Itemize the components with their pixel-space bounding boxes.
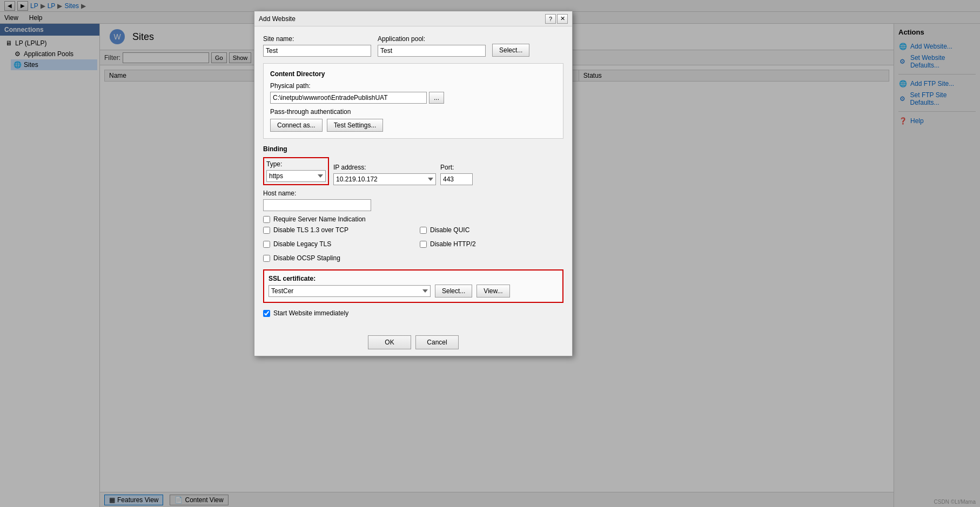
ssl-select-button[interactable]: Select... <box>435 285 472 298</box>
host-name-label: Host name: <box>263 190 563 197</box>
start-immediately-row: Start Website immediately <box>263 309 563 317</box>
app-pool-label: Application pool: <box>378 35 486 43</box>
disable-legacy-tls-checkbox[interactable] <box>263 241 270 248</box>
disable-http2-checkbox[interactable] <box>420 241 427 248</box>
modal-help-button[interactable]: ? <box>545 14 556 24</box>
type-highlight-box: Type: https http ftp <box>263 157 329 185</box>
ssl-cert-select[interactable]: TestCer <box>269 285 431 297</box>
browse-button[interactable]: ... <box>429 92 444 104</box>
cancel-button[interactable]: Cancel <box>415 335 459 349</box>
select-pool-button[interactable]: Select... <box>492 44 529 57</box>
disable-quic-row: Disable QUIC <box>420 226 563 234</box>
disable-tls-row: Disable TLS 1.3 over TCP <box>263 226 407 234</box>
site-name-row: Site name: Application pool: Select... <box>263 35 563 57</box>
site-name-label: Site name: <box>263 35 371 43</box>
disable-http2-label: Disable HTTP/2 <box>430 240 476 248</box>
binding-title: Binding <box>263 145 563 153</box>
type-field: Type: https http ftp <box>266 160 326 182</box>
ssl-cert-row: TestCer Select... View... <box>269 285 558 298</box>
host-name-row: Host name: <box>263 190 563 211</box>
modal-close-button[interactable]: ✕ <box>557 14 568 24</box>
modal-titlebar: Add Website ? ✕ <box>254 11 572 26</box>
host-name-field: Host name: <box>263 190 563 211</box>
binding-type-ip-row: Type: https http ftp IP address: 10.219.… <box>263 157 563 185</box>
ssl-cert-section: SSL certificate: TestCer Select... View.… <box>263 269 563 303</box>
port-input[interactable] <box>440 173 473 185</box>
binding-section: Binding Type: https http ftp <box>263 145 563 303</box>
passthrough-buttons: Connect as... Test Settings... <box>270 119 556 132</box>
port-field: Port: <box>440 164 473 185</box>
physical-path-field: Physical path: ... <box>270 82 444 104</box>
checkbox-grid: Disable TLS 1.3 over TCP Disable QUIC Di… <box>263 226 563 265</box>
content-directory-title: Content Directory <box>270 70 556 78</box>
disable-tls-label: Disable TLS 1.3 over TCP <box>273 226 348 234</box>
site-name-input[interactable] <box>263 45 371 57</box>
modal-title: Add Website <box>259 15 296 23</box>
ip-select[interactable]: 10.219.10.172 All Unassigned <box>333 173 436 185</box>
ip-field: IP address: 10.219.10.172 All Unassigned <box>333 164 436 185</box>
require-sni-row: Require Server Name Indication <box>263 215 563 223</box>
add-website-dialog: Add Website ? ✕ Site name: Application p… <box>254 11 573 356</box>
app-pool-input[interactable] <box>378 45 486 57</box>
disable-legacy-tls-row: Disable Legacy TLS <box>263 240 407 248</box>
connect-as-button[interactable]: Connect as... <box>270 119 323 132</box>
require-sni-checkbox[interactable] <box>263 216 270 223</box>
start-immediately-checkbox[interactable] <box>263 310 270 317</box>
type-select[interactable]: https http ftp <box>266 170 326 182</box>
disable-quic-checkbox[interactable] <box>420 227 427 234</box>
site-name-field: Site name: <box>263 35 371 57</box>
require-sni-label: Require Server Name Indication <box>273 215 366 223</box>
passthrough-label: Pass-through authentication <box>270 108 556 116</box>
disable-ocsp-checkbox[interactable] <box>263 255 270 262</box>
physical-path-row: Physical path: ... <box>270 82 556 104</box>
port-label: Port: <box>440 164 473 171</box>
ok-button[interactable]: OK <box>368 335 411 349</box>
app-pool-field: Application pool: <box>378 35 486 57</box>
physical-path-label: Physical path: <box>270 82 444 90</box>
modal-titlebar-buttons: ? ✕ <box>545 14 568 24</box>
ssl-cert-label: SSL certificate: <box>269 275 558 282</box>
physical-path-input[interactable] <box>270 92 427 104</box>
modal-footer: OK Cancel <box>254 329 572 356</box>
ip-label: IP address: <box>333 164 436 171</box>
disable-ocsp-row: Disable OCSP Stapling <box>263 254 407 262</box>
modal-body: Site name: Application pool: Select... C… <box>254 26 572 329</box>
disable-quic-label: Disable QUIC <box>430 226 469 234</box>
disable-legacy-tls-label: Disable Legacy TLS <box>273 240 331 248</box>
passthrough-section: Pass-through authentication Connect as..… <box>270 108 556 132</box>
test-settings-button[interactable]: Test Settings... <box>327 119 384 132</box>
start-immediately-label: Start Website immediately <box>273 309 348 317</box>
disable-tls-checkbox[interactable] <box>263 227 270 234</box>
content-directory-section: Content Directory Physical path: ... Pas… <box>263 63 563 139</box>
type-label: Type: <box>266 160 326 168</box>
disable-ocsp-label: Disable OCSP Stapling <box>273 254 340 262</box>
ssl-view-button[interactable]: View... <box>476 285 509 298</box>
host-name-input[interactable] <box>263 199 371 211</box>
disable-http2-row: Disable HTTP/2 <box>420 240 563 248</box>
